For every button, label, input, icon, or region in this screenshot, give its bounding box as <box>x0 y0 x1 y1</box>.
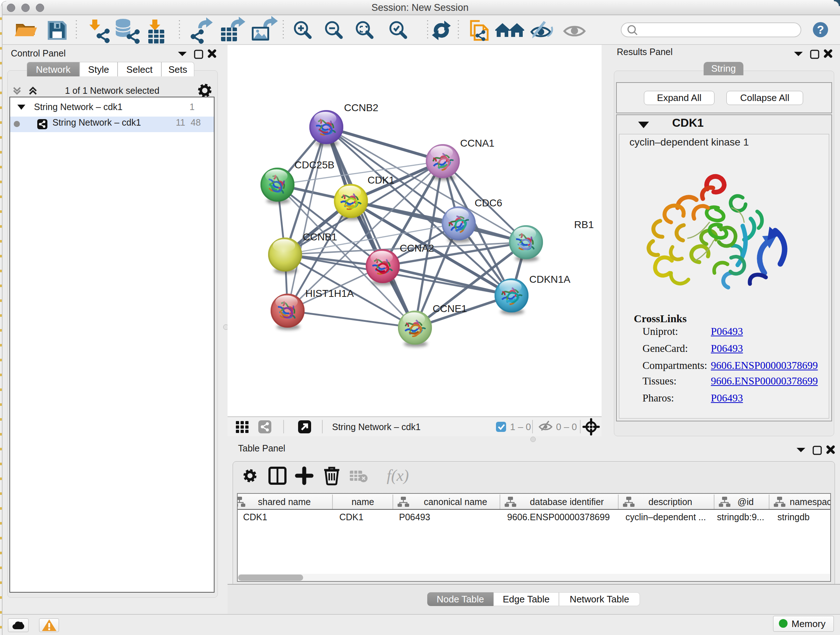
svg-text:CCNB2: CCNB2 <box>344 102 378 113</box>
svg-text:?: ? <box>817 23 824 36</box>
svg-text:database identifier: database identifier <box>530 497 604 507</box>
svg-text:0 – 0: 0 – 0 <box>556 421 577 432</box>
svg-text:canonical name: canonical name <box>424 497 487 507</box>
svg-text:@id: @id <box>737 497 754 507</box>
svg-text:CCNA1: CCNA1 <box>460 138 494 149</box>
svg-text:String Network – cdk1: String Network – cdk1 <box>332 422 421 432</box>
svg-text:CCNE1: CCNE1 <box>433 303 467 314</box>
svg-text:1 – 0: 1 – 0 <box>510 421 531 432</box>
svg-text:shared name: shared name <box>258 497 311 507</box>
svg-text:CDC25B: CDC25B <box>294 159 334 171</box>
svg-text:RB1: RB1 <box>574 219 594 230</box>
svg-text:name: name <box>352 497 374 507</box>
svg-text:CCNB1: CCNB1 <box>303 231 337 242</box>
svg-text:description: description <box>649 497 692 507</box>
svg-text:CDKN1A: CDKN1A <box>529 274 570 285</box>
svg-text:namespac: namespac <box>790 497 830 507</box>
svg-text:CDK1: CDK1 <box>368 174 395 186</box>
svg-text:CCNA2: CCNA2 <box>400 242 434 254</box>
svg-text:CDC6: CDC6 <box>475 197 502 209</box>
svg-text:f(x): f(x) <box>387 467 409 485</box>
svg-text:HIST1H1A: HIST1H1A <box>305 288 354 299</box>
